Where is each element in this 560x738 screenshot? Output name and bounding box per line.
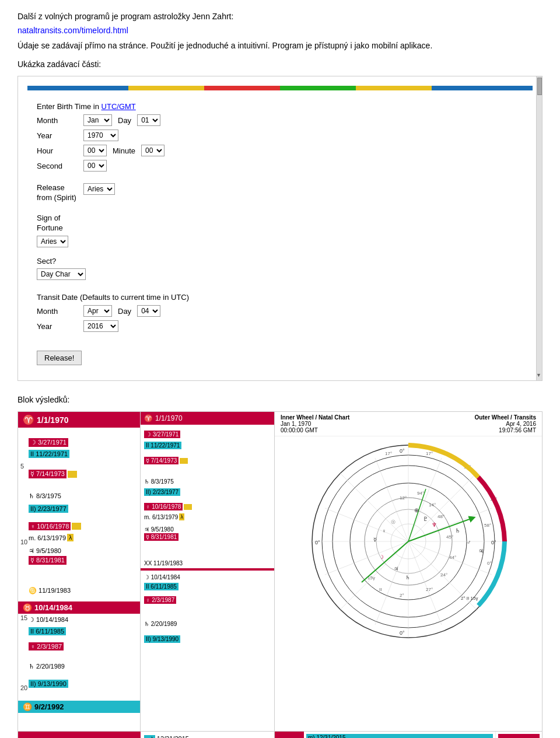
form-scrollbar[interactable]: ▼ (536, 76, 542, 380)
tl-entry-14: ♄ 2/20/1989 (29, 661, 65, 670)
inner-wheel-label: Inner Wheel / Natal Chart (281, 414, 349, 421)
fortune-select[interactable]: Aries (37, 236, 68, 247)
transit-day-label: Day (118, 307, 131, 316)
svg-text:♇: ♇ (423, 516, 428, 522)
svg-text:48°: 48° (438, 514, 444, 519)
scroll-thumb[interactable] (537, 78, 542, 95)
year-label: Year (37, 131, 78, 140)
release-button[interactable]: Release! (37, 351, 82, 365)
tl-entry-3: ☿ 7/14/1973 (29, 470, 77, 478)
mid-e15: II) 9/13/1990 (144, 634, 180, 643)
tl-mountain-3 (68, 471, 77, 478)
bottom-middle: m) 12/31/2015 II 12/31/2015 (141, 732, 275, 738)
tl-entry-2: II 11/22/1971 (29, 450, 69, 458)
chart-container: 0° 0° 0° 0° 17° 10° 19° 58° 0° 17° ♄ ♂ (275, 436, 542, 646)
mini-bar-1 (498, 734, 540, 738)
inner-wheel-date: Jan 1, 1970 (281, 421, 349, 427)
second-row: Second 00 (37, 160, 523, 172)
transit-day-select[interactable]: 01020304 (137, 305, 160, 317)
sect-select[interactable]: Day Char Night Char (37, 268, 86, 280)
tl-entry-13: ♀ 2/3/1987 (29, 642, 64, 650)
minute-select[interactable]: 00 (141, 145, 164, 156)
tl-entry-12: II 6/11/1985 (29, 626, 66, 635)
release-select[interactable]: Aries (83, 183, 115, 195)
bottom-chart-area: ♍ m) 12/31/2015 II 12/31/2015 4 1/17/201… (275, 732, 542, 738)
inner-wheel-time: 00:00:00 GMT (281, 427, 349, 433)
tl-entry-15: II) 9/13/1990 (29, 678, 68, 688)
taurus-symbol: ♉ (23, 603, 32, 612)
results-area: ♈ 1/1/1970 5 10 15 20 ☽ 3/27/1971 (18, 411, 542, 738)
bottom-middle-header: m) 12/31/2015 (144, 735, 271, 738)
timeline-column: ♈ 1/1/1970 5 10 15 20 ☽ 3/27/1971 (18, 412, 141, 731)
transit-year-select[interactable]: 2016 (83, 320, 118, 332)
hour-select[interactable]: 00010203 (83, 145, 107, 156)
svg-text:♀: ♀ (382, 528, 386, 534)
day-label: Day (118, 116, 131, 125)
bottom-virgo: ♍ (275, 732, 304, 738)
release-row: Release from (Spirit) Aries (37, 183, 523, 203)
tl-entry-11: ☽ 10/14/1984 (29, 614, 68, 624)
mid-b9: ☿ 8/31/1981 (144, 533, 178, 541)
tl-text-7: m. 6/13/1979 (29, 534, 66, 541)
mid-e3: ☿ 7/14/1973 (144, 457, 188, 464)
mid-e14: ♄ 2/20/1989 (144, 618, 177, 628)
mid-mtn-3 (180, 458, 188, 464)
results-main-row: ♈ 1/1/1970 5 10 15 20 ☽ 3/27/1971 (18, 412, 542, 731)
form-area: Enter Birth Time in UTC/GMT Month JanFeb… (27, 96, 533, 371)
tl-num-20: 20 (20, 684, 27, 691)
svg-text:♄: ♄ (455, 527, 460, 534)
tl-text-4: ♄ 8/3/1975 (29, 492, 61, 499)
intro-line1: Další z volných programů je program astr… (18, 12, 542, 21)
bm-cyan-block: m) (144, 735, 155, 738)
release-label: Release from (Spirit) (37, 183, 78, 203)
tl-text-14: ♄ 2/20/1989 (29, 663, 65, 670)
day-select[interactable]: 0102030405 0607080910 1112131415 1617181… (137, 114, 160, 126)
utc-link[interactable]: UTC/GMT (102, 102, 136, 111)
mid-t4: ♄ 8/3/1975 (144, 478, 174, 485)
mid-b5: II) 2/23/1977 (144, 488, 180, 496)
timeline-header-2-date: 10/14/1984 (34, 603, 72, 612)
mid-t8: ♃ 9/5/1980 (144, 526, 174, 533)
tl-text-10: ♋ 11/19/1983 (29, 587, 71, 594)
site-link[interactable]: nataltransits.com/timelord.html (18, 26, 128, 35)
tl-block-6: ♀ 10/16/1978 (29, 522, 71, 530)
tl-num-15: 15 (20, 614, 27, 621)
tl-num-5: 5 (20, 463, 24, 470)
month-day-row: Month JanFebMarApr MayJunJulAug SepOctNo… (37, 114, 523, 126)
transit-month-label: Month (37, 307, 78, 316)
scroll-arrow-down[interactable]: ▼ (536, 372, 541, 378)
svg-text:♆: ♆ (432, 522, 437, 528)
svg-text:0°: 0° (315, 540, 320, 545)
form-section-label: Ukázka zadávací části: (18, 60, 542, 69)
transit-month-select[interactable]: JanFebMarApr MayJunJulAug SepOctNovDec (83, 305, 112, 317)
second-select[interactable]: 00 (83, 160, 107, 172)
aries-symbol-mid: ♈ (144, 414, 153, 422)
birth-time-row: Enter Birth Time in UTC/GMT (37, 102, 523, 111)
outer-wheel-time: 19:07:56 GMT (474, 427, 536, 433)
month-select[interactable]: JanFebMarApr MayJunJulAug SepOctNovDec (83, 114, 112, 126)
sect-label: Sect? (37, 257, 78, 267)
svg-text:♄: ♄ (405, 575, 410, 580)
tl-entry-1: ☽ 3/27/1971 (29, 438, 68, 447)
fortune-label: Sign of Fortune (37, 214, 78, 233)
tl-text-8: ♃ 9/5/1980 (29, 547, 61, 554)
transit-year-row: Year 2016 (37, 320, 523, 332)
mid-e7: m. 6/13/1979 λ (144, 513, 184, 520)
svg-text:0°: 0° (400, 630, 405, 636)
tl-block-7b: λ (67, 534, 74, 541)
mid-e11: ☽ 10/14/1984 (144, 572, 180, 581)
inner-wheel-info: Inner Wheel / Natal Chart Jan 1, 1970 00… (281, 414, 349, 433)
year-select[interactable]: 1970 (83, 130, 118, 141)
svg-text:0°: 0° (400, 448, 405, 454)
svg-text:14°: 14° (429, 502, 436, 508)
results-bottom-row: ♋ m) 12/31/2015 II 12/31/2015 ♍ (18, 731, 542, 738)
mid-e8: ♃ 9/5/1980 (144, 524, 174, 533)
chart-header: Inner Wheel / Natal Chart Jan 1, 1970 00… (275, 412, 542, 436)
mid-mtn-6 (184, 504, 192, 510)
tl-block-2: II 11/22/1971 (29, 450, 69, 458)
timeline-header-3-date: 9/2/1992 (34, 702, 64, 711)
month-label: Month (37, 116, 78, 125)
svg-text:2°: 2° (400, 593, 404, 598)
svg-text:58°: 58° (484, 523, 491, 528)
tl-block-1: ☽ 3/27/1971 (29, 438, 68, 447)
